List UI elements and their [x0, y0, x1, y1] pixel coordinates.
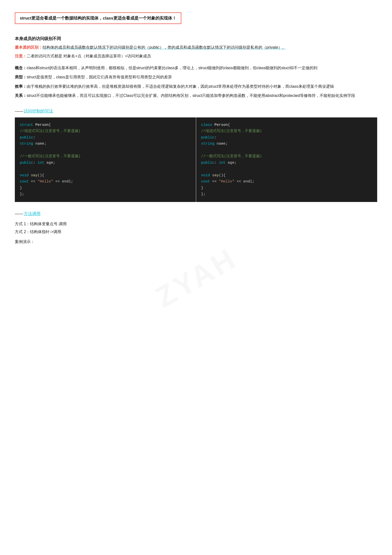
concept-item-0: 概念：class和struct的语法基本相同，从声明到使用，都很相似，但是str… — [15, 64, 377, 72]
dash-method: —— — [15, 211, 23, 216]
code-line — [201, 147, 372, 154]
concept-text-0: class和struct的语法基本相同，从声明到使用，都很相似，但是struct… — [27, 66, 317, 70]
code-line — [201, 166, 372, 172]
access-control-title: ——访问控制的写法 — [15, 109, 53, 113]
access-control-link: 访问控制的写法 — [24, 109, 53, 113]
note-text: 二者的访问方式都是 对象名+点（对象成员选择运算符）+访问对象成员 — [27, 54, 151, 58]
code-line: } — [201, 185, 372, 191]
code-panel-class: class Person{ //缩进式写法(注意冒号，不要遗漏) public:… — [196, 117, 377, 202]
code-line: }; — [201, 191, 372, 198]
access-control-section-header: ——访问控制的写法 — [15, 108, 377, 114]
top-highlight-box: struct更适合看成是一个数据结构的实现体，class更适合看成是一个对象的实… — [15, 12, 181, 24]
code-line: } — [20, 185, 191, 191]
code-line: string name; — [201, 141, 372, 147]
code-line: cout << "Hello" << endl; — [20, 178, 191, 185]
code-line: //缩进式写法(注意冒号，不要遗漏) — [20, 128, 191, 134]
code-line: //缩进式写法(注意冒号，不要遗漏) — [201, 128, 372, 134]
concept-text-3: struct不仅能继承也能被继承，而且可以实现接口，不过Class可以完全扩展。… — [27, 93, 355, 98]
case-label: 案例演示： — [15, 239, 377, 244]
key-diff-text: 结构体的成员和成员函数在默认情况下的访问级别是公有的（public），类的成员和… — [42, 45, 286, 49]
code-line: void say(){ — [20, 172, 191, 179]
note-label: 注意： — [15, 54, 27, 58]
concept-label-0: 概念： — [15, 66, 27, 70]
code-line: //一般式写法(注意冒号，不要遗漏) — [20, 153, 191, 160]
method-call-title: ——方法调用 — [15, 211, 41, 216]
concept-item-1: 类型：struct是值类型，class是引用类型，因此它们具有所有值类型和引用类… — [15, 73, 377, 81]
concept-block: 概念：class和struct的语法基本相同，从声明到使用，都很相似，但是str… — [15, 64, 377, 99]
code-line: public: — [20, 134, 191, 141]
code-line: public: int age; — [201, 160, 372, 166]
dash-left: —— — [15, 109, 23, 113]
concept-item-2: 效率：由于堆栈的执行效率要比堆的执行效率高，但是堆栈资源却很有限，不适合处理逻辑… — [15, 83, 377, 90]
code-line — [20, 147, 191, 154]
method-call-header: ——方法调用 — [15, 211, 377, 217]
code-line: public: — [201, 134, 372, 141]
code-line: //一般式写法(注意冒号，不要遗漏) — [201, 153, 372, 160]
code-panel-struct: struct Person{ //缩进式写法(注意冒号，不要遗漏) public… — [15, 117, 196, 202]
code-line: }; — [20, 191, 191, 198]
concept-text-2: 由于堆栈的执行效率要比堆的执行效率高，但是堆栈资源却很有限，不适合处理逻辑复杂的… — [27, 84, 334, 89]
code-line: public: int age; — [20, 160, 191, 166]
concept-label-1: 类型： — [15, 75, 27, 79]
code-compare: struct Person{ //缩进式写法(注意冒号，不要遗漏) public… — [15, 117, 377, 202]
method-call-section: ——方法调用 方式 1：结构体变量点号.调用 方式 2：结构体指针->调用 案例… — [15, 211, 377, 244]
method-list: 方式 1：结构体变量点号.调用 方式 2：结构体指针->调用 — [15, 220, 377, 236]
concept-item-3: 关系：struct不仅能继承也能被继承，而且可以实现接口，不过Class可以完全… — [15, 92, 377, 99]
concept-label-2: 效率： — [15, 84, 27, 89]
code-line: struct Person{ — [20, 122, 191, 128]
top-highlight-text: struct更适合看成是一个数据结构的实现体，class更适合看成是一个对象的实… — [20, 16, 176, 21]
code-line: cout << "Hello" << endl; — [201, 178, 372, 185]
key-diff-label: 最本质的区别： — [15, 45, 42, 49]
code-line: class Person{ — [201, 122, 372, 128]
key-diff-block: 最本质的区别：结构体的成员和成员函数在默认情况下的访问级别是公有的（public… — [15, 44, 377, 51]
section-heading-access: 本身成员的访问级别不同 — [15, 36, 377, 42]
concept-label-3: 关系： — [15, 93, 27, 98]
code-line: string name; — [20, 141, 191, 147]
method-call-link: 方法调用 — [24, 211, 41, 216]
note-line: 注意：二者的访问方式都是 对象名+点（对象成员选择运算符）+访问对象成员 — [15, 53, 377, 60]
concept-text-1: struct是值类型，class是引用类型，因此它们具有所有值类型和引用类型之间… — [27, 75, 172, 79]
method-item-1: 方式 1：结构体变量点号.调用 — [15, 220, 377, 228]
code-line: void say(){ — [201, 172, 372, 179]
method-item-2: 方式 2：结构体指针->调用 — [15, 228, 377, 236]
code-line — [20, 166, 191, 172]
